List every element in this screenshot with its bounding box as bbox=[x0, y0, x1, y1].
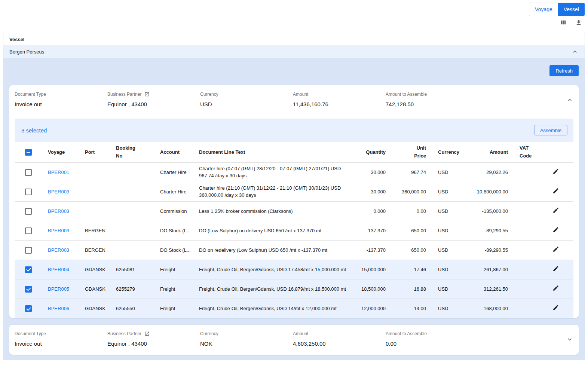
field-amount: Amount 11,436,160.76 bbox=[293, 91, 386, 107]
port-cell: GDANSK bbox=[80, 260, 112, 279]
open-in-new-icon[interactable] bbox=[144, 331, 150, 336]
row-checkbox[interactable] bbox=[25, 189, 32, 195]
quantity-cell: -137.370 bbox=[355, 240, 387, 260]
column-header-account: Account bbox=[155, 142, 195, 162]
row-checkbox[interactable] bbox=[25, 169, 32, 176]
column-header-document-line-text: Document Line Text bbox=[195, 142, 355, 162]
edit-icon[interactable] bbox=[552, 207, 559, 214]
view-columns-icon[interactable] bbox=[560, 19, 567, 26]
field-label: Currency bbox=[200, 331, 293, 336]
table-row[interactable]: BPER004 GDANSK 6255081 Freight Freight, … bbox=[15, 260, 573, 279]
column-header-actions bbox=[546, 142, 573, 162]
field-value: 4,603,250.00 bbox=[293, 340, 386, 347]
voyage-link[interactable]: BPER003 bbox=[42, 240, 80, 260]
account-cell: Freight bbox=[155, 299, 195, 318]
table-row[interactable]: BPER003 BERGEN DO Stock (L... DO on rede… bbox=[15, 240, 573, 260]
row-checkbox[interactable] bbox=[25, 286, 32, 293]
edit-icon[interactable] bbox=[552, 304, 559, 311]
voyage-link[interactable]: BPER003 bbox=[42, 182, 80, 201]
table-row[interactable]: BPER003 BERGEN DO Stock (L... DO (Low Su… bbox=[15, 221, 573, 240]
edit-icon[interactable] bbox=[552, 285, 559, 291]
voyage-link[interactable]: BPER006 bbox=[42, 299, 80, 318]
edit-icon[interactable] bbox=[552, 187, 559, 194]
quantity-cell: 30.000 bbox=[355, 182, 387, 201]
amount-cell: 10,800,000.00 bbox=[468, 182, 509, 201]
voyage-link[interactable]: BPER004 bbox=[42, 260, 80, 279]
port-cell bbox=[80, 201, 112, 221]
quantity-cell: 137.370 bbox=[355, 221, 387, 240]
vessel-panel: Vessel Bergen Perseus Refresh Document T… bbox=[3, 33, 585, 360]
edit-icon[interactable] bbox=[552, 265, 559, 272]
column-header-amount: Amount bbox=[468, 142, 509, 162]
table-row[interactable]: BPER006 GDANSK 6255550 Freight Freight, … bbox=[15, 299, 573, 318]
refresh-button[interactable]: Refresh bbox=[549, 65, 579, 76]
table-row[interactable]: BPER003 Charter Hire Charter hire (21:10… bbox=[15, 182, 573, 201]
currency-cell: USD bbox=[427, 260, 468, 279]
booking-no-cell bbox=[112, 201, 155, 221]
chevron-up-icon[interactable] bbox=[566, 96, 573, 104]
chevron-down-icon[interactable] bbox=[566, 336, 573, 343]
column-header-quantity: Quantity bbox=[355, 142, 387, 162]
row-checkbox[interactable] bbox=[25, 305, 32, 312]
row-checkbox[interactable] bbox=[25, 227, 32, 234]
port-cell bbox=[80, 182, 112, 201]
open-in-new-icon[interactable] bbox=[144, 92, 150, 97]
port-cell: GDANSK bbox=[80, 279, 112, 299]
port-cell: GDANSK bbox=[80, 299, 112, 318]
currency-cell: USD bbox=[427, 221, 468, 240]
field-currency: Currency USD bbox=[200, 91, 293, 107]
voyage-link[interactable]: BPER003 bbox=[42, 201, 80, 221]
vat-code-cell bbox=[509, 162, 546, 182]
table-row[interactable]: BPER005 GDANSK 6255279 Freight Freight, … bbox=[15, 279, 573, 299]
quantity-cell: 30.000 bbox=[355, 162, 387, 182]
table-row[interactable]: BPER001 Charter Hire Charter hire (07:07… bbox=[15, 162, 573, 182]
field-value: Invoice out bbox=[15, 101, 107, 107]
vessel-toggle-button[interactable]: Vessel bbox=[558, 3, 585, 16]
unit-price-cell: 650.00 bbox=[387, 221, 427, 240]
column-header-voyage: Voyage bbox=[42, 142, 80, 162]
column-header-booking-no: Booking No bbox=[112, 142, 155, 162]
field-value: 742,128.50 bbox=[386, 101, 478, 107]
document-line-text-cell: DO on redelivery (Low Sulphur) USD 650 /… bbox=[195, 240, 355, 260]
booking-no-cell bbox=[112, 162, 155, 182]
row-checkbox[interactable] bbox=[25, 247, 32, 254]
select-all-checkbox[interactable] bbox=[25, 149, 32, 156]
voyage-link[interactable]: BPER003 bbox=[42, 221, 80, 240]
field-value: 0.00 bbox=[386, 340, 478, 347]
account-cell: DO Stock (L... bbox=[155, 240, 195, 260]
account-cell: Charter Hire bbox=[155, 162, 195, 182]
port-cell bbox=[80, 162, 112, 182]
amount-cell: 168,000.00 bbox=[468, 299, 509, 318]
booking-no-cell bbox=[112, 221, 155, 240]
quantity-cell: 0.000 bbox=[355, 201, 387, 221]
view-toggle: Voyage Vessel bbox=[529, 3, 585, 16]
vat-code-cell bbox=[509, 240, 546, 260]
row-checkbox[interactable] bbox=[25, 266, 32, 273]
account-cell: Charter Hire bbox=[155, 182, 195, 201]
field-value: Equinor , 43400 bbox=[107, 101, 200, 107]
table-actions bbox=[560, 19, 582, 26]
field-business-partner: Business Partner Equinor , 43400 bbox=[107, 91, 200, 107]
field-value: NOK bbox=[200, 340, 293, 347]
voyage-link[interactable]: BPER005 bbox=[42, 279, 80, 299]
quantity-cell: 12,000.000 bbox=[355, 299, 387, 318]
chevron-up-icon[interactable] bbox=[571, 48, 579, 55]
field-amount-to-assemble: Amount to Assemble 742,128.50 bbox=[386, 91, 478, 107]
document-line-text-cell: Charter hire (07:07 (GMT) 28/12/20 - 07:… bbox=[195, 162, 355, 182]
field-label: Business Partner bbox=[107, 331, 141, 336]
document-line-text-cell: DO (Low Sulphur) on delivery USD 650 /mt… bbox=[195, 221, 355, 240]
field-amount: Amount 4,603,250.00 bbox=[293, 331, 386, 347]
row-checkbox[interactable] bbox=[25, 208, 32, 215]
edit-icon[interactable] bbox=[552, 246, 559, 253]
voyage-toggle-button[interactable]: Voyage bbox=[529, 3, 558, 16]
field-value: Invoice out bbox=[15, 340, 107, 347]
voyage-link[interactable]: BPER001 bbox=[42, 162, 80, 182]
edit-icon[interactable] bbox=[552, 168, 559, 175]
table-row[interactable]: BPER003 Commission Less 1.25% broker com… bbox=[15, 201, 573, 221]
vessel-group-row[interactable]: Bergen Perseus bbox=[3, 45, 585, 58]
download-icon[interactable] bbox=[575, 19, 582, 26]
vat-code-cell bbox=[509, 201, 546, 221]
edit-icon[interactable] bbox=[552, 226, 559, 233]
account-cell: Freight bbox=[155, 279, 195, 299]
assemble-button[interactable]: Assemble bbox=[534, 125, 567, 135]
